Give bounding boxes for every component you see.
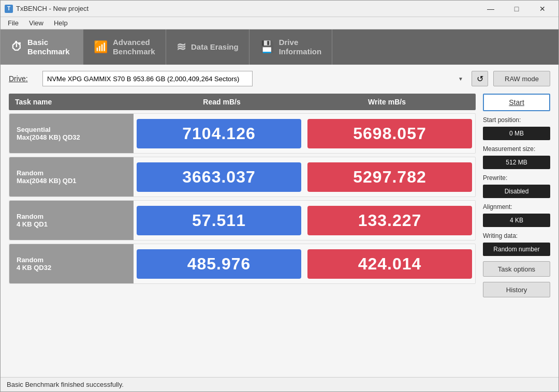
- menu-file[interactable]: File: [5, 18, 22, 28]
- menu-view[interactable]: View: [26, 18, 47, 28]
- table-row: Random4 KB QD32 485.976 424.014: [9, 244, 476, 284]
- minimize-button[interactable]: —: [479, 2, 503, 16]
- tab-bar: ⏱ BasicBenchmark 📶 AdvancedBenchmark ≋ D…: [1, 29, 558, 65]
- read-value-1: 7104.126: [137, 119, 301, 148]
- measurement-size-value: 512 MB: [483, 156, 550, 169]
- drive-select-wrapper: NVMe XPG GAMMIX S70 B 953.86 GB (2,000,4…: [42, 71, 466, 86]
- title-bar-controls: — □ ✕: [479, 2, 554, 16]
- measurement-size-label: Measurement size:: [483, 145, 550, 153]
- task-name-4: Random4 KB QD32: [9, 244, 134, 283]
- content-area: Drive: NVMe XPG GAMMIX S70 B 953.86 GB (…: [1, 65, 558, 391]
- tab-basic-benchmark[interactable]: ⏱ BasicBenchmark: [1, 29, 83, 65]
- title-bar: T TxBENCH - New project — □ ✕: [1, 1, 558, 17]
- prewrite-value: Disabled: [483, 185, 550, 198]
- tab-advanced-benchmark[interactable]: 📶 AdvancedBenchmark: [83, 29, 166, 65]
- tab-erasing-label: Data Erasing: [191, 42, 239, 52]
- tab-basic-label: BasicBenchmark: [27, 38, 70, 56]
- tab-drive-label: DriveInformation: [279, 38, 322, 56]
- refresh-button[interactable]: ↺: [472, 71, 488, 86]
- start-button[interactable]: Start: [483, 94, 550, 111]
- tab-drive-information[interactable]: 💾 DriveInformation: [249, 29, 333, 65]
- header-write: Write mB/s: [304, 98, 469, 106]
- title-bar-left: T TxBENCH - New project: [5, 5, 89, 13]
- write-value-1: 5698.057: [307, 119, 472, 148]
- read-value-3: 57.511: [137, 206, 301, 235]
- writing-data-label: Writing data:: [483, 232, 550, 239]
- benchmark-table: Task name Read mB/s Write mB/s Sequentia…: [9, 94, 476, 297]
- start-position-value: 0 MB: [483, 127, 550, 140]
- read-value-2: 3663.037: [137, 162, 301, 192]
- header-read: Read mB/s: [139, 98, 304, 106]
- chart-icon: 📶: [94, 40, 108, 54]
- drive-icon: 💾: [260, 40, 274, 54]
- tab-data-erasing[interactable]: ≋ Data Erasing: [166, 29, 249, 65]
- menu-help[interactable]: Help: [51, 18, 71, 28]
- timer-icon: ⏱: [11, 40, 22, 54]
- drive-label: Drive:: [9, 74, 37, 83]
- start-position-label: Start position:: [483, 116, 550, 124]
- table-row: RandomMax(2048 KB) QD1 3663.037 5297.782: [9, 157, 476, 197]
- drive-select[interactable]: NVMe XPG GAMMIX S70 B 953.86 GB (2,000,4…: [42, 71, 253, 86]
- table-row: Random4 KB QD1 57.511 133.227: [9, 200, 476, 240]
- write-value-2: 5297.782: [307, 162, 472, 192]
- status-bar: Basic Benchmark finished successfully.: [1, 377, 558, 391]
- window-title: TxBENCH - New project: [16, 5, 89, 12]
- status-text: Basic Benchmark finished successfully.: [7, 381, 124, 388]
- write-value-3: 133.227: [307, 206, 472, 235]
- alignment-label: Alignment:: [483, 203, 550, 210]
- tab-advanced-label: AdvancedBenchmark: [113, 38, 155, 56]
- task-name-1: SequentialMax(2048 KB) QD32: [9, 114, 134, 153]
- erasing-icon: ≋: [176, 40, 186, 54]
- right-panel: Start Start position: 0 MB Measurement s…: [483, 94, 550, 297]
- main-layout: Task name Read mB/s Write mB/s Sequentia…: [9, 94, 550, 297]
- header-task-name: Task name: [15, 98, 139, 106]
- alignment-value: 4 KB: [483, 214, 550, 227]
- writing-data-value: Random number: [483, 243, 550, 256]
- app-window: T TxBENCH - New project — □ ✕ File View …: [0, 0, 559, 392]
- task-name-3: Random4 KB QD1: [9, 201, 134, 240]
- task-name-2: RandomMax(2048 KB) QD1: [9, 157, 134, 197]
- read-value-4: 485.976: [137, 249, 301, 279]
- drive-row: Drive: NVMe XPG GAMMIX S70 B 953.86 GB (…: [9, 71, 550, 86]
- maximize-button[interactable]: □: [505, 2, 528, 16]
- menu-bar: File View Help: [1, 17, 558, 29]
- history-button[interactable]: History: [483, 282, 550, 297]
- task-options-button[interactable]: Task options: [483, 261, 550, 277]
- raw-mode-button[interactable]: RAW mode: [493, 71, 550, 86]
- prewrite-label: Prewrite:: [483, 174, 550, 182]
- write-value-4: 424.014: [307, 249, 472, 279]
- app-icon: T: [5, 5, 13, 13]
- close-button[interactable]: ✕: [531, 2, 554, 16]
- table-row: SequentialMax(2048 KB) QD32 7104.126 569…: [9, 113, 476, 154]
- table-header: Task name Read mB/s Write mB/s: [9, 94, 476, 110]
